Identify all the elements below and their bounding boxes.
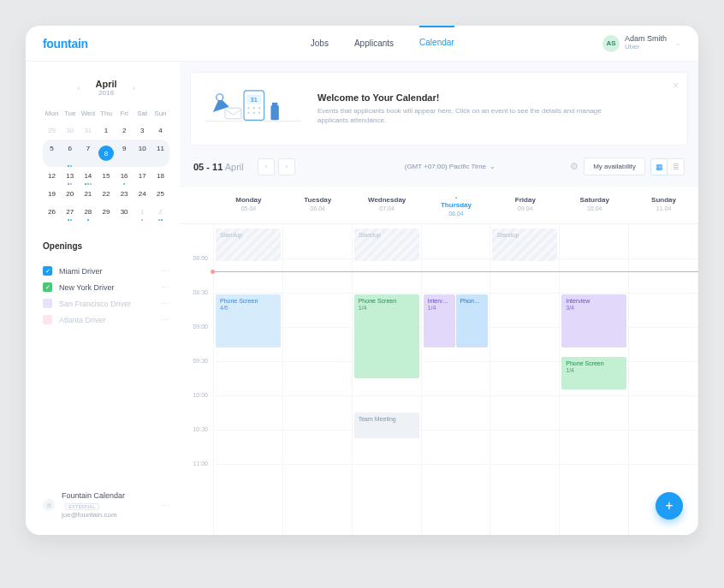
- mini-day[interactable]: 11: [151, 140, 169, 167]
- more-icon[interactable]: ⋯: [161, 501, 169, 510]
- mini-day[interactable]: 13: [61, 167, 79, 185]
- mini-day[interactable]: 4: [151, 122, 169, 140]
- mini-day[interactable]: 29: [97, 203, 115, 221]
- more-icon[interactable]: ⋯: [161, 282, 169, 292]
- mini-day[interactable]: 1: [134, 203, 151, 221]
- close-icon[interactable]: ×: [673, 80, 679, 92]
- mini-day[interactable]: 1: [97, 122, 115, 140]
- checkbox[interactable]: [43, 315, 52, 324]
- mini-day[interactable]: 3: [134, 122, 151, 140]
- checkbox[interactable]: ✓: [43, 266, 52, 276]
- mini-day[interactable]: 19: [43, 185, 61, 203]
- calendar-event[interactable]: Phone Screen1/4: [561, 357, 626, 389]
- view-list-button[interactable]: ≣: [668, 158, 685, 175]
- more-icon[interactable]: ⋯: [161, 315, 169, 324]
- calendar-event[interactable]: Standup: [492, 229, 557, 261]
- week-day-header[interactable]: Tuesday06.04: [283, 187, 353, 223]
- ext-cal-name: Fountain Calendar: [62, 491, 125, 500]
- mini-day[interactable]: 30: [61, 122, 79, 140]
- week-day-header[interactable]: Wednesday07.04: [353, 187, 422, 223]
- mini-day[interactable]: 21: [79, 185, 97, 203]
- more-icon[interactable]: ⋯: [161, 299, 169, 308]
- view-calendar-button[interactable]: ▦: [650, 158, 668, 175]
- mini-day[interactable]: 31: [79, 122, 97, 140]
- mini-prev-icon[interactable]: ‹: [77, 83, 80, 92]
- gear-icon[interactable]: ⚙: [570, 161, 579, 172]
- calendar-event[interactable]: Standup: [354, 229, 419, 261]
- nav-calendar[interactable]: Calendar: [419, 26, 454, 60]
- calendar-event[interactable]: Phone Screen4/6: [216, 294, 281, 347]
- mini-day[interactable]: 15: [97, 167, 115, 185]
- calendar-event[interactable]: Team Meeting: [354, 413, 419, 438]
- mini-day-today[interactable]: 8: [97, 140, 115, 167]
- more-icon[interactable]: ⋯: [161, 266, 169, 276]
- mini-day[interactable]: 2: [151, 203, 169, 221]
- mini-day[interactable]: 17: [134, 167, 151, 185]
- checkbox[interactable]: [43, 299, 52, 308]
- time-label: [180, 224, 213, 255]
- add-event-fab[interactable]: +: [656, 492, 683, 520]
- svg-point-7: [253, 112, 255, 114]
- mini-day[interactable]: 28: [79, 203, 97, 221]
- week-day-header[interactable]: Friday09.04: [490, 187, 560, 223]
- mini-day[interactable]: 6: [61, 140, 79, 167]
- mini-month: April: [95, 79, 116, 89]
- my-availability-button[interactable]: My availability: [584, 157, 645, 175]
- nav-jobs[interactable]: Jobs: [311, 27, 329, 60]
- calendar-toolbar: 05 - 11 April ‹ › (GMT +07:00) Pacific T…: [180, 146, 698, 187]
- opening-item[interactable]: ✓New York Driver⋯: [43, 279, 169, 295]
- week-day-header[interactable]: Monday05.04: [214, 187, 283, 223]
- mini-dow: Thu: [97, 105, 115, 122]
- mini-day[interactable]: 2: [116, 122, 134, 140]
- mini-day[interactable]: 22: [97, 185, 115, 203]
- mini-day[interactable]: 14: [79, 167, 97, 185]
- external-calendar-item[interactable]: ⎋ Fountain Calendar EXTERNAL joe@fountai…: [43, 485, 169, 525]
- mini-day[interactable]: 25: [151, 185, 169, 203]
- svg-rect-10: [225, 108, 241, 119]
- mini-day[interactable]: 26: [43, 203, 61, 221]
- calendar-event[interactable]: Interview3/4: [561, 294, 626, 347]
- prev-week-button[interactable]: ‹: [258, 158, 275, 175]
- chevron-down-icon: ⌄: [490, 163, 496, 170]
- mini-day[interactable]: 20: [61, 185, 79, 203]
- mini-day[interactable]: 29: [43, 122, 61, 140]
- opening-item[interactable]: ✓Miami Driver⋯: [43, 263, 169, 279]
- week-day-header[interactable]: Thursday08.04: [422, 187, 491, 223]
- week-day-header[interactable]: Saturday10.04: [560, 187, 629, 223]
- time-label: 10:00: [180, 392, 213, 426]
- mini-next-icon[interactable]: ›: [133, 83, 135, 92]
- time-label: 09:00: [180, 324, 213, 358]
- mini-day[interactable]: 12: [43, 167, 61, 185]
- mini-day[interactable]: 10: [134, 140, 151, 167]
- time-label: 11:00: [180, 460, 213, 495]
- calendar-event[interactable]: Phone Screen1/4: [354, 294, 419, 378]
- ext-cal-email: joe@fountain.com: [62, 511, 154, 520]
- timezone-select[interactable]: (GMT +07:00) Pacific Time ⌄: [405, 163, 496, 170]
- calendar-event[interactable]: Interv…1/4: [424, 294, 456, 347]
- mini-day[interactable]: 5: [43, 140, 61, 167]
- calendar-event[interactable]: Standup: [216, 229, 281, 261]
- opening-item[interactable]: Atlanta Driver⋯: [43, 312, 169, 328]
- opening-item[interactable]: San Francisco Driver⋯: [43, 295, 169, 312]
- week-view: Monday05.04Tuesday06.04Wednesday07.04Thu…: [180, 187, 698, 535]
- mini-day[interactable]: 18: [151, 167, 169, 185]
- mini-day[interactable]: 30: [116, 203, 134, 221]
- link-icon: ⎋: [43, 499, 55, 511]
- checkbox[interactable]: ✓: [43, 282, 52, 292]
- week-day-header[interactable]: Sunday11.04: [629, 187, 698, 223]
- time-label: 08:30: [180, 289, 213, 324]
- mini-day[interactable]: 24: [134, 185, 151, 203]
- mini-day[interactable]: 9: [116, 140, 134, 167]
- mini-day[interactable]: 23: [116, 185, 134, 203]
- user-menu[interactable]: AS Adam Smith Uber ⌄: [602, 35, 681, 52]
- ext-badge: EXTERNAL: [65, 503, 99, 510]
- calendar-event[interactable]: Phon…: [456, 294, 489, 347]
- next-week-button[interactable]: ›: [278, 158, 295, 175]
- mini-day[interactable]: 27: [61, 203, 79, 221]
- nav-applicants[interactable]: Applicants: [354, 27, 394, 60]
- svg-point-4: [253, 107, 255, 109]
- mini-day[interactable]: 16: [116, 167, 134, 185]
- mini-day[interactable]: 7: [79, 140, 97, 167]
- welcome-illustration: 31: [206, 85, 300, 133]
- svg-rect-12: [272, 103, 277, 105]
